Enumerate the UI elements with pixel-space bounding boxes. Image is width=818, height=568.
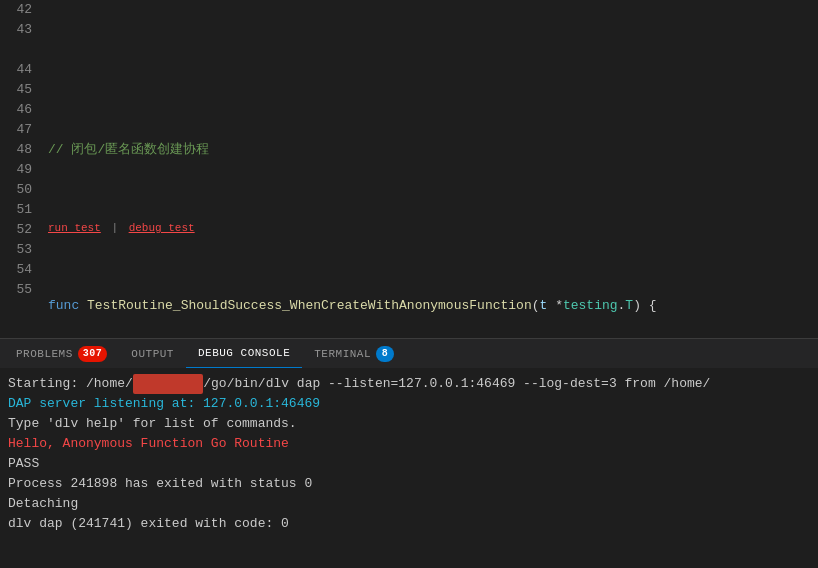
- terminal-line: Type 'dlv help' for list of commands.: [8, 414, 810, 434]
- tab-output-label: OUTPUT: [131, 348, 174, 360]
- code-content: // 闭包/匿名函数创建协程 run test | debug test fun…: [40, 0, 818, 338]
- line-numbers: 42 43 44 45 46 47 48 49 50 51 52 53 54 5…: [0, 0, 40, 338]
- panel-tab-bar: PROBLEMS 307 OUTPUT DEBUG CONSOLE TERMIN…: [0, 338, 818, 368]
- run-test-links: run test | debug test: [48, 220, 818, 236]
- tab-debug-console[interactable]: DEBUG CONSOLE: [186, 339, 302, 369]
- debug-test-link[interactable]: debug test: [129, 218, 195, 238]
- terminal-line: Starting: /home/ /go/bin/dlv dap --liste…: [8, 374, 810, 394]
- terminal-line: Detaching: [8, 494, 810, 514]
- tab-problems-label: PROBLEMS: [16, 348, 73, 360]
- tab-output[interactable]: OUTPUT: [119, 339, 186, 369]
- problems-badge: 307: [78, 346, 108, 362]
- debug-console-output: Starting: /home/ /go/bin/dlv dap --liste…: [0, 368, 818, 568]
- tab-terminal[interactable]: TERMINAL 8: [302, 339, 406, 369]
- redacted-text: [133, 374, 203, 394]
- code-line: func TestRoutine_ShouldSuccess_WhenCreat…: [48, 296, 818, 316]
- terminal-line: DAP server listening at: 127.0.0.1:46469: [8, 394, 810, 414]
- terminal-line: dlv dap (241741) exited with code: 0: [8, 514, 810, 534]
- terminal-line: Process 241898 has exited with status 0: [8, 474, 810, 494]
- code-line: [48, 60, 818, 80]
- tab-debug-console-label: DEBUG CONSOLE: [198, 347, 290, 359]
- terminal-line: PASS: [8, 454, 810, 474]
- run-test-link[interactable]: run test: [48, 218, 101, 238]
- tab-terminal-label: TERMINAL: [314, 348, 371, 360]
- terminal-badge: 8: [376, 346, 394, 362]
- editor-area: 42 43 44 45 46 47 48 49 50 51 52 53 54 5…: [0, 0, 818, 338]
- code-line: // 闭包/匿名函数创建协程: [48, 140, 818, 160]
- terminal-line: Hello, Anonymous Function Go Routine: [8, 434, 810, 454]
- tab-problems[interactable]: PROBLEMS 307: [4, 339, 119, 369]
